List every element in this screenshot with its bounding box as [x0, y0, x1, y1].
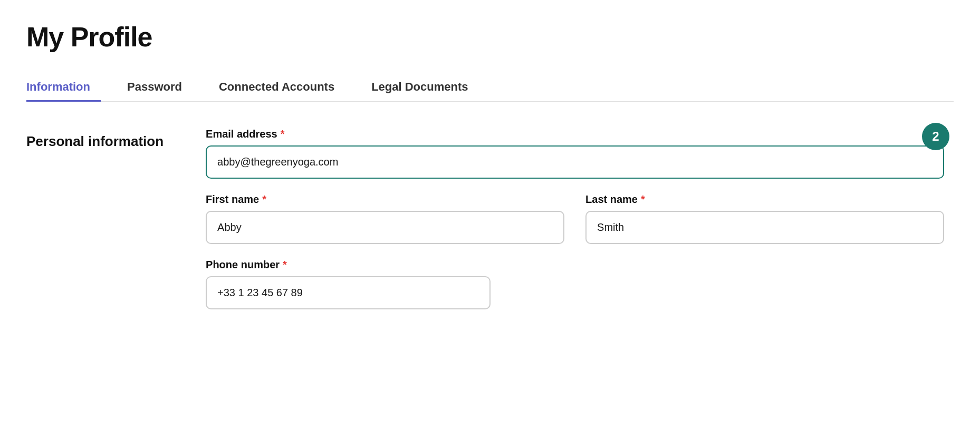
email-label: Email address * — [206, 128, 944, 140]
tabs-nav: Information Password Connected Accounts … — [26, 74, 954, 102]
phone-input[interactable] — [206, 276, 491, 309]
last-name-input[interactable] — [585, 211, 944, 244]
email-required-star: * — [281, 128, 285, 140]
section-label: Personal information — [26, 133, 164, 324]
last-name-field-group: Last name * — [585, 193, 944, 244]
first-name-required-star: * — [262, 193, 266, 206]
first-name-field-group: First name * — [206, 193, 564, 244]
phone-field-group: Phone number * — [206, 259, 944, 309]
email-input[interactable] — [206, 145, 944, 179]
email-field-group: Email address * — [206, 128, 944, 179]
last-name-label: Last name * — [585, 193, 944, 206]
first-name-input[interactable] — [206, 211, 564, 244]
tab-legal-documents[interactable]: Legal Documents — [361, 74, 478, 102]
page-title: My Profile — [26, 21, 954, 53]
tab-information[interactable]: Information — [26, 74, 101, 102]
tab-connected-accounts[interactable]: Connected Accounts — [208, 74, 345, 102]
content-area: Personal information 2 Email address * F… — [26, 128, 954, 324]
phone-required-star: * — [283, 259, 287, 271]
phone-label: Phone number * — [206, 259, 944, 271]
first-name-label: First name * — [206, 193, 564, 206]
last-name-required-star: * — [641, 193, 645, 206]
tab-password[interactable]: Password — [117, 74, 193, 102]
notification-badge: 2 — [922, 123, 949, 150]
name-fields-row: First name * Last name * — [206, 193, 944, 259]
form-area: 2 Email address * First name * Last name… — [206, 128, 944, 324]
